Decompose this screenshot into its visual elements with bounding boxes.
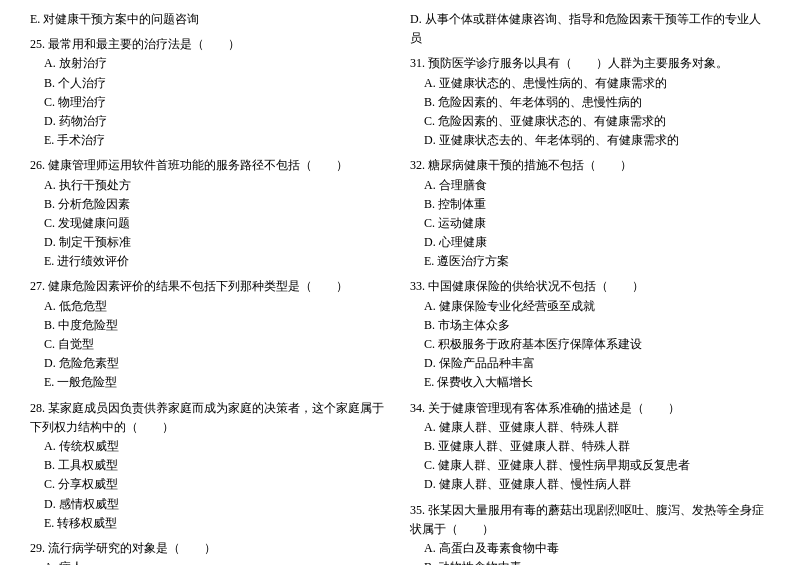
option-q33-1: B. 市场主体众多 — [410, 316, 770, 335]
page-content: E. 对健康干预方案中的问题咨询25. 最常用和最主要的治疗法是（ ）A. 放射… — [30, 10, 770, 565]
option-q35-1: B. 动物性食物中毒 — [410, 558, 770, 565]
question-title-q33: 33. 中国健康保险的供给状况不包括（ ） — [410, 277, 770, 296]
option-q34-0: A. 健康人群、亚健康人群、特殊人群 — [410, 418, 770, 437]
option-q34-2: C. 健康人群、亚健康人群、慢性病早期或反复患者 — [410, 456, 770, 475]
question-block-q28: 28. 某家庭成员因负责供养家庭而成为家庭的决策者，这个家庭属于下列权力结构中的… — [30, 399, 390, 533]
right-column: D. 从事个体或群体健康咨询、指导和危险因素干预等工作的专业人员31. 预防医学… — [410, 10, 770, 565]
option-q26-4: E. 进行绩效评价 — [30, 252, 390, 271]
option-q35-0: A. 高蛋白及毒素食物中毒 — [410, 539, 770, 558]
question-block-q_d: D. 从事个体或群体健康咨询、指导和危险因素干预等工作的专业人员 — [410, 10, 770, 48]
option-q27-2: C. 自觉型 — [30, 335, 390, 354]
question-block-q31: 31. 预防医学诊疗服务以具有（ ）人群为主要服务对象。A. 亚健康状态的、患慢… — [410, 54, 770, 150]
question-title-q28: 28. 某家庭成员因负责供养家庭而成为家庭的决策者，这个家庭属于下列权力结构中的… — [30, 399, 390, 437]
option-q31-0: A. 亚健康状态的、患慢性病的、有健康需求的 — [410, 74, 770, 93]
option-q32-3: D. 心理健康 — [410, 233, 770, 252]
option-q34-1: B. 亚健康人群、亚健康人群、特殊人群 — [410, 437, 770, 456]
option-q25-2: C. 物理治疗 — [30, 93, 390, 112]
option-q31-3: D. 亚健康状态去的、年老体弱的、有健康需求的 — [410, 131, 770, 150]
option-q28-3: D. 感情权威型 — [30, 495, 390, 514]
option-q25-1: B. 个人治疗 — [30, 74, 390, 93]
option-q31-2: C. 危险因素的、亚健康状态的、有健康需求的 — [410, 112, 770, 131]
option-q32-0: A. 合理膳食 — [410, 176, 770, 195]
question-title-q31: 31. 预防医学诊疗服务以具有（ ）人群为主要服务对象。 — [410, 54, 770, 73]
option-q27-3: D. 危险危素型 — [30, 354, 390, 373]
option-q26-2: C. 发现健康问题 — [30, 214, 390, 233]
question-title-q32: 32. 糖尿病健康干预的措施不包括（ ） — [410, 156, 770, 175]
question-block-q29: 29. 流行病学研究的对象是（ ）A. 病人B. 健康人C. 人群D. 亚健康人 — [30, 539, 390, 565]
option-q27-1: B. 中度危险型 — [30, 316, 390, 335]
option-q25-3: D. 药物治疗 — [30, 112, 390, 131]
question-title-q35: 35. 张某因大量服用有毒的蘑菇出现剧烈呕吐、腹泻、发热等全身症状属于（ ） — [410, 501, 770, 539]
question-block-q26: 26. 健康管理师运用软件首班功能的服务路径不包括（ ）A. 执行干预处方B. … — [30, 156, 390, 271]
option-q32-1: B. 控制体重 — [410, 195, 770, 214]
two-column-layout: E. 对健康干预方案中的问题咨询25. 最常用和最主要的治疗法是（ ）A. 放射… — [30, 10, 770, 565]
question-title-q27: 27. 健康危险因素评价的结果不包括下列那种类型是（ ） — [30, 277, 390, 296]
question-block-q32: 32. 糖尿病健康干预的措施不包括（ ）A. 合理膳食B. 控制体重C. 运动健… — [410, 156, 770, 271]
option-q26-1: B. 分析危险因素 — [30, 195, 390, 214]
question-block-q_e: E. 对健康干预方案中的问题咨询 — [30, 10, 390, 29]
option-q31-1: B. 危险因素的、年老体弱的、患慢性病的 — [410, 93, 770, 112]
option-q27-4: E. 一般危险型 — [30, 373, 390, 392]
question-block-q35: 35. 张某因大量服用有毒的蘑菇出现剧烈呕吐、腹泻、发热等全身症状属于（ ）A.… — [410, 501, 770, 566]
option-q33-0: A. 健康保险专业化经营亟至成就 — [410, 297, 770, 316]
option-q28-2: C. 分享权威型 — [30, 475, 390, 494]
option-q34-3: D. 健康人群、亚健康人群、慢性病人群 — [410, 475, 770, 494]
question-block-q33: 33. 中国健康保险的供给状况不包括（ ）A. 健康保险专业化经营亟至成就B. … — [410, 277, 770, 392]
option-q28-0: A. 传统权威型 — [30, 437, 390, 456]
option-q27-0: A. 低危危型 — [30, 297, 390, 316]
option-q32-2: C. 运动健康 — [410, 214, 770, 233]
option-q25-0: A. 放射治疗 — [30, 54, 390, 73]
question-title-q_e: E. 对健康干预方案中的问题咨询 — [30, 10, 390, 29]
question-title-q29: 29. 流行病学研究的对象是（ ） — [30, 539, 390, 558]
option-q26-0: A. 执行干预处方 — [30, 176, 390, 195]
option-q33-2: C. 积极服务于政府基本医疗保障体系建设 — [410, 335, 770, 354]
question-block-q27: 27. 健康危险因素评价的结果不包括下列那种类型是（ ）A. 低危危型B. 中度… — [30, 277, 390, 392]
option-q25-4: E. 手术治疗 — [30, 131, 390, 150]
question-block-q34: 34. 关于健康管理现有客体系准确的描述是（ ）A. 健康人群、亚健康人群、特殊… — [410, 399, 770, 495]
question-title-q_d: D. 从事个体或群体健康咨询、指导和危险因素干预等工作的专业人员 — [410, 10, 770, 48]
question-block-q25: 25. 最常用和最主要的治疗法是（ ）A. 放射治疗B. 个人治疗C. 物理治疗… — [30, 35, 390, 150]
option-q29-0: A. 病人 — [30, 558, 390, 565]
option-q33-3: D. 保险产品品种丰富 — [410, 354, 770, 373]
left-column: E. 对健康干预方案中的问题咨询25. 最常用和最主要的治疗法是（ ）A. 放射… — [30, 10, 390, 565]
question-title-q26: 26. 健康管理师运用软件首班功能的服务路径不包括（ ） — [30, 156, 390, 175]
option-q32-4: E. 遵医治疗方案 — [410, 252, 770, 271]
question-title-q25: 25. 最常用和最主要的治疗法是（ ） — [30, 35, 390, 54]
question-title-q34: 34. 关于健康管理现有客体系准确的描述是（ ） — [410, 399, 770, 418]
option-q26-3: D. 制定干预标准 — [30, 233, 390, 252]
option-q33-4: E. 保费收入大幅增长 — [410, 373, 770, 392]
option-q28-1: B. 工具权威型 — [30, 456, 390, 475]
option-q28-4: E. 转移权威型 — [30, 514, 390, 533]
